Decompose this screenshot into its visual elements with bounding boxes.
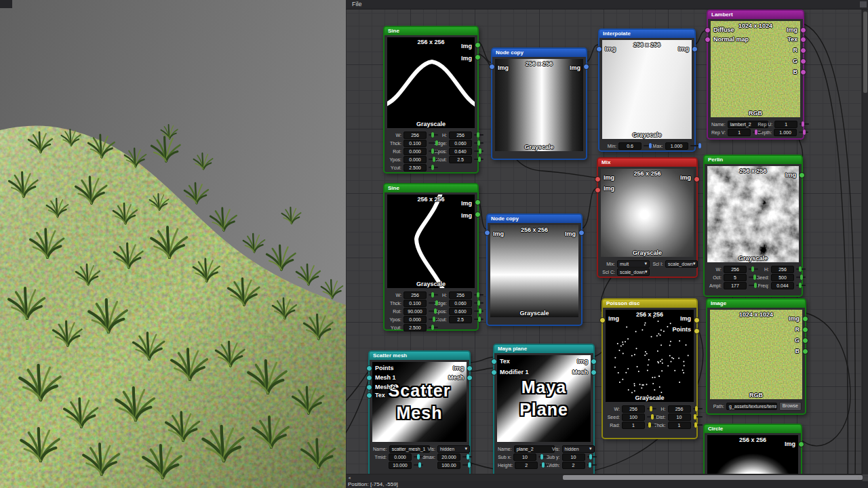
- param-value[interactable]: 1: [774, 121, 797, 128]
- param-value[interactable]: 256: [668, 405, 691, 413]
- input-port[interactable]: [491, 369, 497, 375]
- param-value[interactable]: 100: [622, 413, 645, 421]
- output-port[interactable]: [800, 47, 806, 54]
- param-slider[interactable]: [474, 310, 484, 312]
- param-value[interactable]: 0.044: [771, 282, 794, 289]
- node-title[interactable]: Node copy: [488, 215, 581, 223]
- param-value[interactable]: 0.6: [618, 142, 642, 150]
- node-editor-canvas[interactable]: Sine 256 x 256 Img Img Grayscale W:256 H…: [346, 0, 868, 488]
- input-port[interactable]: [491, 359, 497, 365]
- output-port[interactable]: [802, 338, 808, 344]
- param-slider[interactable]: [429, 294, 438, 296]
- output-port[interactable]: [578, 230, 585, 236]
- vertical-scrollbar[interactable]: [862, 9, 868, 474]
- node-title[interactable]: Node copy: [492, 49, 586, 57]
- param-slider[interactable]: [474, 150, 484, 152]
- param-slider[interactable]: [414, 456, 423, 458]
- panel-corner-widget[interactable]: [860, 1, 867, 7]
- node-interpolate[interactable]: Interpolate 256 x 256 Img Img Grayscale …: [598, 28, 696, 152]
- output-port[interactable]: [800, 69, 806, 75]
- param-slider[interactable]: [462, 456, 472, 458]
- output-port[interactable]: [800, 37, 806, 43]
- param-slider[interactable]: [690, 145, 700, 146]
- param-slider[interactable]: [749, 285, 758, 286]
- output-port[interactable]: [798, 441, 804, 447]
- param-slider[interactable]: [474, 134, 484, 136]
- param-slider[interactable]: [429, 159, 438, 160]
- input-port[interactable]: [366, 392, 372, 399]
- viewport-3d[interactable]: [0, 0, 346, 488]
- param-value[interactable]: 1.000: [665, 142, 688, 150]
- param-value[interactable]: 0.600: [449, 308, 472, 315]
- param-value[interactable]: 90.000: [403, 308, 427, 315]
- param-value[interactable]: 10: [513, 453, 536, 461]
- node-title[interactable]: Sine: [384, 27, 477, 35]
- param-value[interactable]: 10: [668, 413, 691, 421]
- node-maya-plane[interactable]: Maya plane MayaPlane Tex Modifier 1 Img …: [493, 344, 595, 479]
- node-title[interactable]: Sine: [384, 184, 477, 192]
- node-scatter-mesh[interactable]: Scatter mesh ScatterMesh Points Mesh 1 M…: [368, 350, 471, 486]
- param-slider[interactable]: [693, 424, 703, 426]
- horizontal-scrollbar[interactable]: ◂ ▸: [346, 474, 863, 481]
- param-value[interactable]: 500: [771, 274, 794, 281]
- output-port[interactable]: [694, 328, 700, 334]
- input-port[interactable]: [599, 317, 606, 323]
- param-value[interactable]: 1: [622, 422, 645, 429]
- param-slider[interactable]: [799, 131, 808, 133]
- output-port[interactable]: [692, 46, 698, 52]
- param-slider[interactable]: [429, 134, 438, 136]
- node-title[interactable]: Circle: [705, 425, 801, 433]
- input-port[interactable]: [366, 375, 372, 381]
- output-port[interactable]: [802, 327, 808, 333]
- param-slider[interactable]: [474, 302, 484, 304]
- param-slider[interactable]: [587, 464, 597, 466]
- param-value[interactable]: 0.000: [389, 453, 412, 461]
- node-title[interactable]: Lambert: [708, 11, 803, 19]
- output-port[interactable]: [583, 64, 589, 70]
- param-value[interactable]: 1.000: [774, 129, 797, 136]
- output-port[interactable]: [802, 316, 808, 322]
- param-slider[interactable]: [474, 294, 484, 296]
- param-value[interactable]: 0.000: [403, 316, 427, 323]
- output-port[interactable]: [475, 42, 481, 48]
- input-port[interactable]: [489, 64, 495, 70]
- param-slider[interactable]: [414, 464, 423, 466]
- param-slider[interactable]: [647, 408, 656, 409]
- param-value[interactable]: 0.000: [403, 148, 427, 155]
- input-port[interactable]: [705, 37, 711, 43]
- param-value[interactable]: 0.060: [449, 300, 472, 307]
- vertical-scrollbar-thumb[interactable]: [863, 12, 867, 93]
- param-slider[interactable]: [474, 319, 484, 320]
- output-port[interactable]: [694, 317, 700, 323]
- param-slider[interactable]: [429, 327, 438, 328]
- node-sine-1[interactable]: Sine 256 x 256 Img Img Grayscale W:256 H…: [383, 26, 479, 174]
- input-port[interactable]: [366, 384, 372, 390]
- output-port[interactable]: [802, 348, 808, 354]
- output-port[interactable]: [800, 58, 806, 64]
- input-port[interactable]: [705, 27, 711, 33]
- param-value[interactable]: 20.000: [437, 453, 460, 461]
- output-port[interactable]: [694, 176, 700, 182]
- param-slider[interactable]: [693, 408, 703, 409]
- param-value[interactable]: 100.00: [437, 462, 460, 469]
- visibility-dropdown[interactable]: hidden▾: [437, 445, 470, 453]
- param-slider[interactable]: [796, 285, 806, 286]
- node-lambert[interactable]: Lambert 1024 x 1024 Diffuse Normal map I…: [707, 9, 804, 140]
- param-value[interactable]: 256: [403, 291, 427, 299]
- param-slider[interactable]: [749, 277, 758, 278]
- node-poisson-disc[interactable]: Poisson disc 256 x 256 Img Img Points Gr…: [601, 298, 698, 439]
- scale-img-dropdown[interactable]: scale_down▾: [665, 260, 698, 268]
- param-value[interactable]: 2.5: [449, 156, 472, 163]
- param-value[interactable]: 0.100: [403, 300, 427, 307]
- param-value[interactable]: 1: [728, 129, 751, 136]
- param-slider[interactable]: [538, 456, 548, 458]
- param-value[interactable]: 10.000: [389, 462, 412, 469]
- param-slider[interactable]: [429, 319, 438, 320]
- node-title[interactable]: Mix: [598, 159, 696, 167]
- param-slider[interactable]: [474, 159, 484, 160]
- output-port[interactable]: [591, 369, 597, 375]
- param-value[interactable]: 256: [449, 131, 472, 139]
- node-sine-2[interactable]: Sine 256 x 256 Img Img Grayscale W:256 H…: [383, 183, 479, 331]
- node-nodecopy-2[interactable]: Node copy 256 x 256 Img Img Grayscale: [486, 214, 583, 326]
- param-slider[interactable]: [749, 268, 758, 270]
